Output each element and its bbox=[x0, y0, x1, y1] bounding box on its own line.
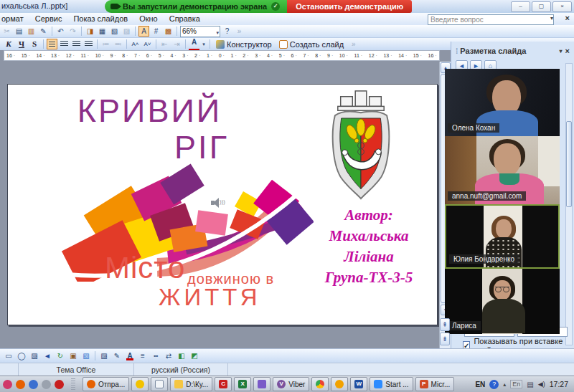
taskbar-button-chrome[interactable] bbox=[311, 377, 329, 391]
oval-tool-icon[interactable]: ◯ bbox=[16, 350, 27, 361]
align-left-button[interactable] bbox=[47, 39, 57, 49]
launcher-quicklaunch-icon[interactable] bbox=[3, 380, 12, 389]
cut-icon[interactable]: ✂ bbox=[1, 26, 12, 37]
zoom-dropdown-icon[interactable]: ▾ bbox=[216, 28, 219, 37]
minimize-button[interactable]: – bbox=[511, 1, 530, 12]
color-scheme-icon[interactable]: ▩ bbox=[163, 26, 174, 37]
participant-video[interactable]: Олена Кохан bbox=[445, 69, 560, 136]
menubar-close-icon[interactable]: × bbox=[565, 14, 570, 22]
align-right-button[interactable] bbox=[71, 39, 82, 49]
menu-tools[interactable]: Сервис bbox=[29, 14, 68, 24]
sound-object-icon[interactable]: ))) bbox=[211, 198, 224, 208]
taskbar-button-word[interactable]: W bbox=[350, 377, 367, 391]
increase-indent-icon[interactable]: ⇥ bbox=[171, 39, 182, 49]
new-slide-button[interactable]: Создать слайд bbox=[276, 40, 347, 49]
pane-scrollbar[interactable] bbox=[565, 63, 573, 345]
format-painter-icon[interactable]: ✎ bbox=[38, 26, 49, 37]
insert-chart-icon[interactable]: ◨ bbox=[85, 26, 95, 37]
undo-icon[interactable]: ↶ bbox=[55, 26, 66, 37]
taskbar-button-zoom[interactable]: Start ... bbox=[370, 377, 413, 391]
bullet-list-icon[interactable]: ≕ bbox=[113, 39, 123, 49]
hyperlink-icon[interactable]: ▨ bbox=[121, 26, 132, 37]
slide-canvas[interactable]: КРИВИЙ РІГ ))) Місто довжиною в ЖИТТЯ bbox=[7, 84, 438, 325]
clipboard-tray-icon[interactable]: ▤ bbox=[527, 381, 533, 388]
zoom-combobox[interactable]: 66% ▾ bbox=[180, 26, 220, 37]
insert-diagram-icon[interactable]: ↻ bbox=[55, 350, 66, 361]
pane-dropdown-icon[interactable]: ▾ bbox=[560, 48, 563, 54]
insert-picture2-icon[interactable]: ▧ bbox=[80, 350, 92, 361]
show-formatting-icon[interactable]: A bbox=[138, 26, 149, 37]
font-color-dropdown-icon[interactable]: ▾ bbox=[201, 39, 207, 49]
taskbar-button-firefox[interactable]: Отпра... bbox=[83, 377, 129, 391]
shadow-style-icon[interactable]: ◧ bbox=[176, 350, 187, 361]
participant-video-active[interactable]: Юлия Бондаренко bbox=[445, 204, 560, 269]
drawbar-font-color-icon[interactable]: A bbox=[124, 350, 136, 361]
pane-close-icon[interactable]: × bbox=[565, 47, 570, 55]
line-style-icon[interactable]: ≡ bbox=[137, 350, 149, 361]
italic-button[interactable]: К bbox=[3, 39, 14, 49]
restore-button[interactable]: ▢ bbox=[532, 1, 551, 12]
tray-expand-icon[interactable]: ▴ bbox=[503, 381, 506, 388]
question-input[interactable]: Введите вопрос bbox=[428, 14, 554, 25]
taskbar-button-folder[interactable]: D:\Ку... bbox=[170, 377, 212, 391]
taskbar-button-mail[interactable] bbox=[331, 377, 348, 391]
rectangle-tool-icon[interactable]: ▭ bbox=[3, 350, 14, 361]
taskbar-button-chick[interactable] bbox=[131, 377, 149, 391]
designer-button[interactable]: Конструктор bbox=[213, 40, 275, 49]
menu-format[interactable]: ормат bbox=[0, 14, 29, 24]
numbered-list-icon[interactable]: ≔ bbox=[100, 39, 111, 49]
grid-icon[interactable]: # bbox=[151, 26, 161, 37]
insert-media-icon[interactable]: ◄ bbox=[42, 350, 53, 361]
taskbar-button-viber[interactable]: VViber bbox=[273, 377, 309, 391]
help-icon[interactable]: ? bbox=[222, 26, 232, 37]
underline-button[interactable]: Ч bbox=[16, 39, 27, 49]
taskbar-button-excel[interactable]: X bbox=[234, 377, 251, 391]
toolbar2-overflow-icon[interactable]: » bbox=[348, 39, 359, 49]
tray-language[interactable]: EN bbox=[475, 381, 485, 388]
insert-sheet-icon[interactable]: ▧ bbox=[109, 26, 120, 37]
participant-video[interactable]: anna.nuft@gmail.com bbox=[445, 136, 560, 204]
shadow-button[interactable]: S bbox=[29, 39, 40, 49]
taskbar-button-document[interactable] bbox=[151, 377, 168, 391]
tray-language-alt[interactable]: En bbox=[510, 380, 522, 388]
menu-slideshow[interactable]: Показ слайдов bbox=[67, 14, 133, 24]
decrease-indent-icon[interactable]: ⇤ bbox=[159, 39, 170, 49]
previous-slide-button[interactable]: ⇞ bbox=[440, 318, 450, 331]
paste-icon[interactable]: ▥ bbox=[26, 26, 37, 37]
arrow-style-icon[interactable]: ⇄ bbox=[163, 350, 174, 361]
toolbar-overflow-icon[interactable]: » bbox=[234, 26, 245, 37]
comodo-quicklaunch-icon[interactable] bbox=[55, 380, 64, 389]
insert-table-icon[interactable]: ▦ bbox=[97, 26, 108, 37]
insert-clipart-icon[interactable]: ▣ bbox=[67, 350, 79, 361]
threed-style-icon[interactable]: ◩ bbox=[189, 350, 200, 361]
pane-drag-handle[interactable]: ⁞ bbox=[456, 47, 457, 55]
menu-help[interactable]: Справка bbox=[164, 14, 206, 24]
stop-share-button[interactable]: Остановить демонстрацию bbox=[287, 0, 412, 13]
copy-icon[interactable]: ▤ bbox=[14, 26, 24, 37]
agent-quicklaunch-icon[interactable] bbox=[42, 380, 51, 389]
line-color-icon[interactable]: ✎ bbox=[111, 350, 123, 361]
help-tray-icon[interactable]: ? bbox=[489, 380, 499, 389]
taskbar-button-ppt[interactable]: PMicr... bbox=[415, 377, 455, 391]
clock[interactable]: 17:27 bbox=[550, 380, 571, 388]
question-dropdown-icon[interactable]: ▾ bbox=[550, 15, 553, 21]
close-button[interactable]: × bbox=[552, 1, 572, 12]
align-justify-button[interactable] bbox=[83, 39, 94, 49]
insert-picture-icon[interactable]: ▨ bbox=[29, 350, 40, 361]
taskbar-button-redc[interactable]: C bbox=[215, 377, 232, 391]
participant-video[interactable]: Лариса bbox=[445, 269, 560, 334]
opera-quicklaunch-icon[interactable] bbox=[29, 380, 38, 389]
language-status[interactable]: русский (Россия) bbox=[134, 363, 228, 376]
volume-tray-icon[interactable]: ◀) bbox=[538, 381, 545, 388]
decrease-font-icon[interactable]: A˅ bbox=[142, 39, 153, 49]
increase-font-icon[interactable]: A˄ bbox=[130, 39, 141, 49]
redo-icon[interactable]: ↷ bbox=[67, 26, 78, 37]
align-center-button[interactable] bbox=[59, 39, 70, 49]
taskbar-button-media[interactable] bbox=[253, 377, 270, 391]
font-color-icon[interactable]: A bbox=[189, 38, 199, 51]
fill-color-icon[interactable]: ▨ bbox=[98, 350, 110, 361]
next-slide-button[interactable]: ⇟ bbox=[440, 333, 450, 345]
firefox-quicklaunch-icon[interactable] bbox=[16, 380, 25, 389]
menu-window[interactable]: Окно bbox=[133, 14, 164, 24]
dash-style-icon[interactable]: ╍ bbox=[150, 350, 161, 361]
